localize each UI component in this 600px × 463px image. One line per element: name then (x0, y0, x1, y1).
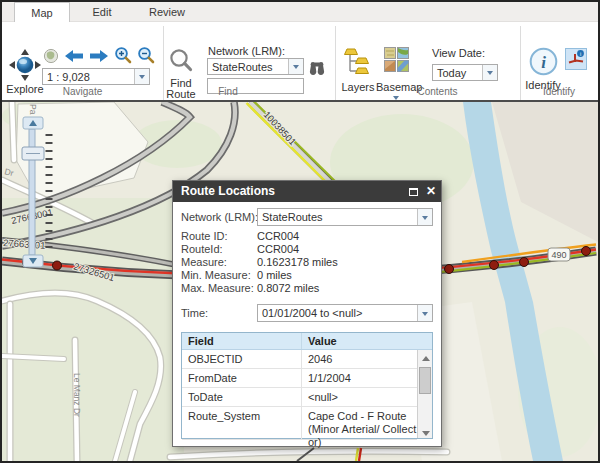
chevron-down-icon (487, 71, 493, 78)
chevron-down-icon (422, 312, 428, 319)
network-lrm-dropdown-button[interactable] (288, 59, 303, 74)
chevron-down-icon (293, 65, 299, 72)
attribute-table-header: Field Value (182, 333, 432, 350)
map-scale-combo[interactable]: 1 : 9,028 (42, 68, 150, 85)
tab-map[interactable]: Map (14, 2, 70, 22)
table-row[interactable]: ToDate <null> (182, 388, 417, 407)
chevron-down-icon (422, 216, 428, 223)
cell-value: 2046 (302, 350, 417, 368)
street-label-le-manz-dr: Le Manz Dr (72, 373, 82, 417)
find-route-button[interactable] (168, 48, 195, 75)
forward-arrow-button[interactable] (89, 49, 109, 63)
cell-value: 1/1/2004 (302, 369, 417, 387)
dlg-network-combo[interactable]: StateRoutes (257, 208, 433, 226)
scroll-down-icon[interactable] (420, 428, 429, 437)
binoculars-icon[interactable] (309, 60, 325, 76)
map-scale-value: 1 : 9,028 (43, 71, 134, 83)
network-lrm-combo[interactable]: StateRoutes (207, 58, 304, 75)
basemap-button[interactable] (384, 47, 409, 72)
dialog-titlebar[interactable]: Route Locations ✕ (173, 181, 441, 202)
dlg-max-measure-value: 0.8072 miles (257, 282, 319, 294)
dlg-network-label: Network (LRM): (181, 211, 258, 223)
scroll-up-icon[interactable] (420, 351, 429, 360)
explore-button[interactable] (8, 48, 42, 82)
chevron-down-icon (139, 75, 145, 82)
identify-route-location-button[interactable]: i (565, 48, 587, 70)
cell-field: ToDate (182, 388, 302, 406)
attribute-table: Field Value OBJECTID 2046 FromDate 1/1/2… (181, 332, 433, 439)
col-header-field[interactable]: Field (182, 333, 302, 349)
dlg-routeid-value: CCR004 (257, 243, 299, 255)
view-date-label: View Date: (432, 47, 485, 59)
street-label-pa: Pa (28, 104, 38, 115)
view-date-dropdown-button[interactable] (482, 65, 497, 80)
group-label-contents: Contents (345, 86, 530, 98)
route-info-icon: i (566, 49, 586, 69)
dlg-min-measure-value: 0 miles (257, 269, 292, 281)
dlg-measure-label: Measure: (181, 256, 227, 268)
group-label-find: Find (163, 86, 293, 98)
map-shield-490: 490 (548, 248, 570, 261)
dlg-measure-value: 0.1623178 miles (257, 256, 338, 268)
table-scrollbar[interactable] (417, 350, 432, 438)
view-date-combo[interactable]: Today (432, 64, 498, 81)
svg-text:i: i (541, 53, 546, 72)
dlg-time-value: 01/01/2004 to <null> (258, 307, 417, 319)
dlg-route-id-value: CCR004 (257, 230, 299, 242)
cell-value: Cape Cod - F Route (Minor Arterial/ Coll… (302, 407, 417, 439)
dlg-network-value: StateRoutes (258, 211, 417, 223)
group-label-identify: Identify (520, 86, 598, 98)
app-window: Map Edit Review Explore (0, 0, 600, 463)
cell-value: <null> (302, 388, 417, 406)
col-header-value[interactable]: Value (302, 333, 432, 349)
maximize-icon[interactable] (409, 188, 418, 196)
dlg-network-dropdown-button[interactable] (417, 209, 432, 225)
map-scale-dropdown-button[interactable] (134, 69, 149, 84)
globe-icon[interactable] (43, 48, 59, 64)
view-date-value: Today (433, 67, 482, 79)
attribute-table-body: OBJECTID 2046 FromDate 1/1/2004 ToDate <… (182, 350, 417, 438)
cell-field: FromDate (182, 369, 302, 387)
tab-edit[interactable]: Edit (72, 2, 132, 22)
route-locations-dialog: Route Locations ✕ Network (LRM): StateRo… (172, 180, 442, 447)
close-icon[interactable]: ✕ (426, 181, 436, 202)
dlg-time-dropdown-button[interactable] (417, 305, 432, 321)
ribbon-tab-strip: Map Edit Review (2, 2, 598, 22)
dlg-time-combo[interactable]: 01/01/2004 to <null> (257, 304, 433, 322)
table-row[interactable]: FromDate 1/1/2004 (182, 369, 417, 388)
zoom-in-button[interactable] (114, 46, 133, 65)
svg-text:i: i (580, 51, 581, 57)
scrollbar-thumb[interactable] (419, 367, 431, 394)
layers-button[interactable] (344, 48, 371, 77)
network-lrm-label: Network (LRM): (208, 45, 285, 57)
dlg-min-measure-label: Min. Measure: (181, 269, 251, 281)
tab-review[interactable]: Review (132, 2, 202, 22)
svg-text:490: 490 (551, 250, 566, 260)
cell-field: OBJECTID (182, 350, 302, 368)
dlg-routeid-label: RouteId: (181, 243, 223, 255)
ribbon: Explore 1 : 9,028 Navigate (2, 22, 598, 100)
back-arrow-button[interactable] (64, 49, 84, 63)
table-row[interactable]: OBJECTID 2046 (182, 350, 417, 369)
network-lrm-value: StateRoutes (208, 61, 288, 73)
table-row[interactable]: Route_System Cape Cod - F Route (Minor A… (182, 407, 417, 440)
zoom-out-button[interactable] (137, 46, 156, 65)
dlg-max-measure-label: Max. Measure: (181, 282, 254, 294)
group-label-navigate: Navigate (2, 86, 163, 98)
dlg-route-id-label: Route ID: (181, 230, 227, 242)
dialog-title: Route Locations (181, 184, 275, 198)
identify-button[interactable]: i (528, 46, 559, 77)
cell-field: Route_System (182, 407, 302, 439)
dlg-time-label: Time: (181, 307, 208, 319)
